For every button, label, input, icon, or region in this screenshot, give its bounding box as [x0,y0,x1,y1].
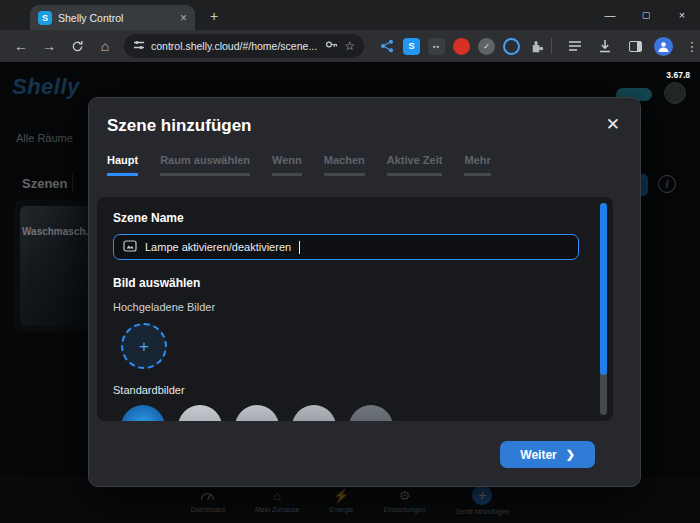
shelly-app-page: Shelly Alle Räume Szenen ✎ i Waschmasch.… [0,62,700,523]
address-bar[interactable]: control.shelly.cloud/#/home/scene... ☆ [124,34,364,58]
ring-extension-icon[interactable] [503,38,520,55]
browser-menu-icon[interactable]: ⋮ [681,35,700,57]
browser-titlebar: S Shelly Control × + — ▢ × [0,0,700,30]
dark-extension-icon[interactable]: ▪▪ [428,38,445,55]
profile-avatar-icon[interactable] [654,37,673,56]
default-image-option[interactable] [349,405,393,421]
default-image-option[interactable] [178,405,222,421]
grey-extension-icon[interactable]: ✓ [478,38,495,55]
tab-aktive-zeit[interactable]: Aktive Zeit [387,154,443,176]
scene-name-input[interactable]: Lampe aktivieren/deaktivieren [113,234,579,260]
side-panel-icon[interactable] [624,35,646,57]
dialog-tabs: Haupt Raum auswählen Wenn Machen Aktive … [89,146,640,176]
app-version: 3.67.8 [666,70,690,80]
shelly-extension-icon[interactable]: S [403,38,420,55]
scene-image-field-icon [123,238,137,256]
tab-close-icon[interactable]: × [180,12,187,24]
back-icon[interactable]: ← [8,34,34,58]
panel-scrollbar[interactable] [600,203,607,415]
dialog-close-icon[interactable]: ✕ [606,116,620,133]
toolbar-separator [551,38,552,54]
add-scene-dialog: Szene hinzufügen ✕ Haupt Raum auswählen … [88,97,641,487]
text-caret [299,241,300,254]
dialog-title: Szene hinzufügen [107,116,252,136]
share-extension-icon[interactable] [378,38,395,55]
password-key-icon[interactable] [325,37,338,55]
default-image-option[interactable] [292,405,336,421]
next-button-label: Weiter [520,448,556,462]
browser-tab[interactable]: S Shelly Control × [30,5,195,30]
shelly-favicon-icon: S [38,11,52,25]
chevron-right-icon: ❯ [566,448,575,461]
upload-plus-icon: + [139,338,149,355]
home-icon[interactable]: ⌂ [92,34,118,58]
tab-wenn[interactable]: Wenn [272,154,302,176]
window-controls: — ▢ × [592,0,700,30]
tab-machen[interactable]: Machen [324,154,365,176]
tab-mehr[interactable]: Mehr [464,154,490,176]
tab-haupt[interactable]: Haupt [107,154,138,176]
site-settings-icon[interactable] [133,37,145,55]
browser-toolbar: ← → ⌂ control.shelly.cloud/#/home/scene.… [0,30,700,62]
extension-icons: S ▪▪ ✓ [378,38,545,55]
default-images-label: Standardbilder [113,384,597,396]
default-image-option[interactable] [235,405,279,421]
extensions-puzzle-icon[interactable] [528,38,545,55]
uploaded-images-label: Hochgeladene Bilder [113,301,597,313]
upload-image-button[interactable]: + [121,323,167,369]
reading-list-icon[interactable] [564,35,586,57]
default-image-option[interactable] [121,405,165,421]
url-text[interactable]: control.shelly.cloud/#/home/scene... [151,40,319,52]
scene-name-label: Szene Name [113,211,597,225]
forward-icon[interactable]: → [36,34,62,58]
dialog-header: Szene hinzufügen ✕ [89,98,640,146]
window-close-button[interactable]: × [664,0,700,30]
new-tab-button[interactable]: + [205,7,223,25]
downloads-icon[interactable] [594,35,616,57]
scene-name-value: Lampe aktivieren/deaktivieren [145,241,291,253]
tab-title: Shelly Control [58,12,174,24]
bookmark-star-icon[interactable]: ☆ [344,39,355,53]
default-images-row [121,405,597,421]
red-extension-icon[interactable] [453,38,470,55]
next-button[interactable]: Weiter ❯ [500,441,595,468]
maximize-button[interactable]: ▢ [628,0,664,30]
scrollbar-thumb[interactable] [600,203,607,375]
reload-icon[interactable] [64,34,90,58]
image-section-label: Bild auswählen [113,276,597,290]
toolbar-right-icons: ⋮ [547,35,700,57]
minimize-button[interactable]: — [592,0,628,30]
tab-raum-auswaehlen[interactable]: Raum auswählen [160,154,250,176]
dialog-content-panel: Szene Name Lampe aktivieren/deaktivieren… [97,197,613,421]
